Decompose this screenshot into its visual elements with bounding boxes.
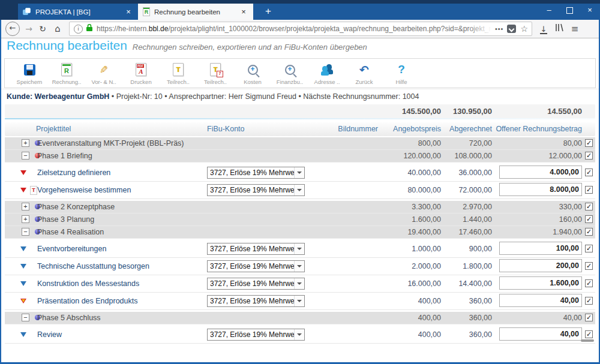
library-button[interactable]	[551, 23, 567, 34]
tab-rechnung-bearbeiten[interactable]: R Rechnung bearbeiten ×	[138, 4, 253, 20]
window-border-left	[0, 20, 1, 364]
offener-betrag-input[interactable]	[499, 327, 582, 341]
abgerechnet-value: 900,00	[469, 240, 492, 257]
offener-betrag-input[interactable]	[499, 166, 582, 179]
chevron-down-icon	[294, 185, 304, 195]
offener-betrag-input[interactable]	[499, 276, 582, 290]
fibu-konto-select[interactable]: 3727, Erlöse 19% Mehrwerts	[207, 243, 305, 255]
header-angebotspreis: Angebotspreis	[393, 122, 441, 136]
fibu-konto-select[interactable]: 3727, Erlöse 19% Mehrwerts	[207, 278, 305, 290]
toolbar-button-rechnung[interactable]: RRechnung..	[48, 59, 85, 88]
toolbar-button-label: Rechnung..	[48, 79, 85, 85]
position-link[interactable]: Zielsetzung definieren	[37, 164, 110, 181]
edit-pencil-icon: ✎	[100, 64, 108, 76]
menu-button[interactable]: ≡	[567, 23, 583, 34]
titlebar: PROJEKTA | [BG] × R Rechnung bearbeiten …	[0, 0, 600, 20]
url-bar[interactable]: i https://he-intern.bbl.de/projekta/plig…	[69, 22, 532, 36]
toolbar-button-finanzbu[interactable]: Finanzbu..	[271, 59, 308, 88]
toolbar-button-kosten[interactable]: Kosten	[234, 59, 271, 88]
close-button[interactable]: ×	[580, 0, 600, 20]
fibu-konto-select[interactable]: 3727, Erlöse 19% Mehrwerts	[207, 295, 305, 307]
page-title: Rechnung bearbeiten	[7, 38, 127, 53]
expand-plus-icon[interactable]: +	[22, 203, 29, 210]
include-checkbox[interactable]: ✓	[585, 228, 593, 236]
scrollbar-thumb[interactable]	[581, 339, 594, 342]
toolbar-button-teilrech[interactable]: T7Teilrech..	[197, 59, 234, 88]
toolbar-button-teilrech[interactable]: TTeilrech..	[160, 59, 197, 88]
toolbar-button-drucken[interactable]: PDFADrucken	[122, 59, 160, 88]
expand-plus-icon[interactable]: +	[22, 215, 29, 223]
expand-plus-icon[interactable]: +	[22, 139, 29, 147]
downloads-button[interactable]: ↓	[536, 23, 551, 34]
page-actions-icon[interactable]: •••	[495, 25, 504, 32]
angebotspreis-value: 3.300,00	[412, 201, 441, 213]
forward-button[interactable]: →	[22, 24, 35, 34]
fibu-konto-select[interactable]: 3727, Erlöse 19% Mehrwerts	[207, 167, 305, 179]
tab-close-icon[interactable]: ×	[239, 7, 248, 16]
offener-betrag-input[interactable]	[499, 242, 582, 255]
angebotspreis-value: 400,00	[418, 312, 441, 324]
blue-triangle-icon	[20, 281, 26, 286]
toolbar-button-zur-ck[interactable]: ↶Zurück	[346, 59, 383, 88]
include-checkbox[interactable]: ✓	[585, 262, 593, 270]
include-checkbox[interactable]: ✓	[585, 152, 593, 160]
position-link[interactable]: Präsentation des Endprodukts	[37, 293, 137, 309]
totals-row: 145.500,00 130.950,00 14.550,00	[5, 104, 595, 118]
fibu-konto-select[interactable]: 3727, Erlöse 19% Mehrwerts	[207, 260, 305, 272]
include-checkbox[interactable]: ✓	[585, 297, 593, 305]
collapse-minus-icon[interactable]: −	[22, 152, 29, 160]
tab-close-icon[interactable]: ×	[124, 7, 133, 16]
header-abgerechnet: Abgerechnet	[449, 122, 492, 136]
tab-projekta[interactable]: PROJEKTA | [BG] ×	[18, 4, 138, 20]
fibu-konto-select[interactable]: 3727, Erlöse 19% Mehrwerts	[207, 184, 305, 196]
text-note-icon: T	[30, 186, 37, 195]
toolbar-button-hilfe[interactable]: ?Hilfe	[383, 59, 420, 88]
url-text[interactable]: https://he-intern.bbl.de/projekta/plight…	[97, 25, 491, 33]
angebotspreis-value: 19.400,00	[407, 226, 441, 238]
reload-button[interactable]: ↻	[35, 24, 50, 34]
angebotspreis-value: 40.000,00	[407, 164, 441, 181]
position-link[interactable]: Review	[37, 326, 62, 343]
include-checkbox[interactable]: ✓	[585, 245, 593, 252]
include-checkbox[interactable]: ✓	[585, 279, 593, 287]
maximize-button[interactable]	[559, 0, 580, 20]
offener-betrag-input[interactable]	[499, 183, 582, 196]
abgerechnet-value: 360,00	[469, 293, 492, 309]
angebotspreis-value: 400,00	[418, 326, 441, 343]
back-button[interactable]: ←	[5, 22, 20, 36]
abgerechnet-value: 360,00	[469, 326, 492, 343]
minimize-button[interactable]: –	[539, 0, 559, 20]
fibu-konto-select[interactable]: 3727, Erlöse 19% Mehrwerts	[207, 329, 305, 341]
collapse-minus-icon[interactable]: −	[22, 228, 29, 236]
include-checkbox[interactable]: ✓	[585, 314, 593, 321]
position-link[interactable]: Konstruktion des Messestands	[37, 275, 139, 292]
include-checkbox[interactable]: ✓	[585, 169, 593, 176]
position-link[interactable]: Eventvorbereitungen	[37, 240, 106, 257]
toolbar-button-adresse[interactable]: Adresse ..	[308, 59, 346, 88]
include-checkbox[interactable]: ✓	[585, 330, 593, 338]
fibu-konto-selected: 3727, Erlöse 19% Mehrwerts	[210, 278, 294, 289]
include-checkbox[interactable]: ✓	[585, 203, 593, 210]
toolbar: SpeichernRRechnung..✎Vor- & N..PDFADruck…	[4, 58, 596, 88]
include-checkbox[interactable]: ✓	[585, 215, 593, 223]
position-link[interactable]: Vorgehensweise bestimmen	[37, 182, 131, 198]
new-tab-button[interactable]: +	[259, 4, 277, 20]
offener-betrag-value: 80,00	[563, 137, 582, 149]
page-info-icon[interactable]: i	[74, 25, 83, 34]
collapse-minus-icon[interactable]: −	[22, 314, 29, 321]
include-checkbox[interactable]: ✓	[585, 186, 593, 194]
position-link[interactable]: Technische Ausstattung besorgen	[37, 258, 149, 275]
table-row: +Phase 2 Konzeptphase3.300,002.970,00330…	[5, 201, 595, 213]
offener-betrag-input[interactable]	[499, 259, 582, 272]
offener-betrag-input[interactable]	[499, 294, 582, 307]
include-checkbox[interactable]: ✓	[585, 139, 593, 147]
blue-triangle-icon	[20, 332, 26, 337]
pdf-print-icon: PDFA	[136, 63, 146, 76]
bookmark-star-icon[interactable]: ☆	[520, 24, 528, 34]
home-button[interactable]: ⌂	[50, 23, 65, 34]
toolbar-button-vor-&-n[interactable]: ✎Vor- & N..	[85, 59, 122, 88]
red-triangle-icon	[20, 170, 26, 175]
fibu-konto-selected: 3727, Erlöse 19% Mehrwerts	[210, 185, 294, 195]
toolbar-button-speichern[interactable]: Speichern	[11, 59, 48, 88]
pocket-icon[interactable]	[507, 25, 516, 33]
